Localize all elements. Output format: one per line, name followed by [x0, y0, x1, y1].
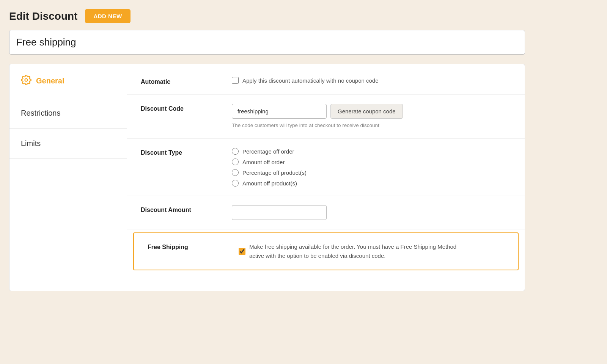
free-shipping-row: Free Shipping Make free shipping availab… [133, 232, 519, 270]
discount-code-row: Discount Code Generate coupon code The c… [127, 95, 525, 139]
add-new-button[interactable]: ADD NEW [85, 9, 130, 23]
gear-icon [21, 75, 31, 87]
page-title: Edit Discount [9, 10, 77, 22]
radio-label-amount-product: Amount off product(s) [242, 180, 297, 187]
coupon-helper-text: The code customers will type into at che… [232, 122, 421, 129]
radio-label-amount-order: Amount off order [242, 159, 285, 165]
automatic-checkbox-label[interactable]: Apply this discount automatically with n… [232, 77, 511, 84]
discount-amount-input[interactable] [232, 205, 327, 220]
discount-type-radio-group: Percentage off order Amount off order Pe… [232, 148, 511, 187]
automatic-row: Automatic Apply this discount automatica… [127, 68, 525, 95]
free-shipping-label: Free Shipping [148, 242, 223, 251]
radio-input-percentage-product[interactable] [232, 169, 239, 176]
radio-amount-off-product[interactable]: Amount off product(s) [232, 180, 511, 187]
sidebar-general-label: General [36, 77, 64, 85]
discount-code-label: Discount Code [141, 104, 217, 112]
radio-percentage-off-order[interactable]: Percentage off order [232, 148, 511, 155]
discount-code-content: Generate coupon code The code customers … [232, 104, 511, 129]
svg-point-0 [25, 79, 28, 82]
automatic-checkbox[interactable] [232, 77, 239, 84]
radio-input-amount-product[interactable] [232, 180, 239, 187]
radio-label-percentage-order: Percentage off order [242, 148, 294, 155]
free-shipping-checkbox-label[interactable]: Make free shipping available for the ord… [239, 242, 504, 260]
sidebar: General Restrictions Limits [9, 64, 127, 291]
page-header: Edit Discount ADD NEW [9, 9, 598, 23]
coupon-row: Generate coupon code [232, 104, 511, 119]
sidebar-restrictions-label: Restrictions [21, 109, 60, 117]
discount-name-input[interactable] [9, 30, 525, 55]
free-shipping-checkbox[interactable] [239, 248, 245, 255]
coupon-code-input[interactable] [232, 104, 327, 119]
radio-amount-off-order[interactable]: Amount off order [232, 158, 511, 165]
generate-coupon-button[interactable]: Generate coupon code [330, 104, 403, 119]
content-area: Automatic Apply this discount automatica… [127, 64, 525, 291]
main-card: General Restrictions Limits Automatic Ap… [9, 64, 525, 291]
discount-amount-content [232, 205, 511, 220]
sidebar-limits-label: Limits [21, 139, 41, 147]
discount-type-content: Percentage off order Amount off order Pe… [232, 148, 511, 187]
radio-input-amount-order[interactable] [232, 158, 239, 165]
free-shipping-content: Make free shipping available for the ord… [239, 242, 504, 260]
free-shipping-description: Make free shipping available for the ord… [249, 242, 462, 260]
radio-percentage-off-product[interactable]: Percentage off product(s) [232, 169, 511, 176]
sidebar-item-limits[interactable]: Limits [9, 129, 127, 159]
sidebar-item-restrictions[interactable]: Restrictions [9, 98, 127, 129]
radio-label-percentage-product: Percentage off product(s) [242, 169, 307, 176]
discount-type-label: Discount Type [141, 148, 217, 156]
discount-amount-row: Discount Amount [127, 196, 525, 229]
radio-input-percentage-order[interactable] [232, 148, 239, 155]
sidebar-item-general[interactable]: General [9, 64, 127, 98]
discount-type-row: Discount Type Percentage off order Amoun… [127, 139, 525, 196]
automatic-content: Apply this discount automatically with n… [232, 77, 511, 84]
automatic-label: Automatic [141, 77, 217, 85]
automatic-checkbox-text: Apply this discount automatically with n… [242, 77, 379, 84]
discount-amount-label: Discount Amount [141, 205, 217, 213]
